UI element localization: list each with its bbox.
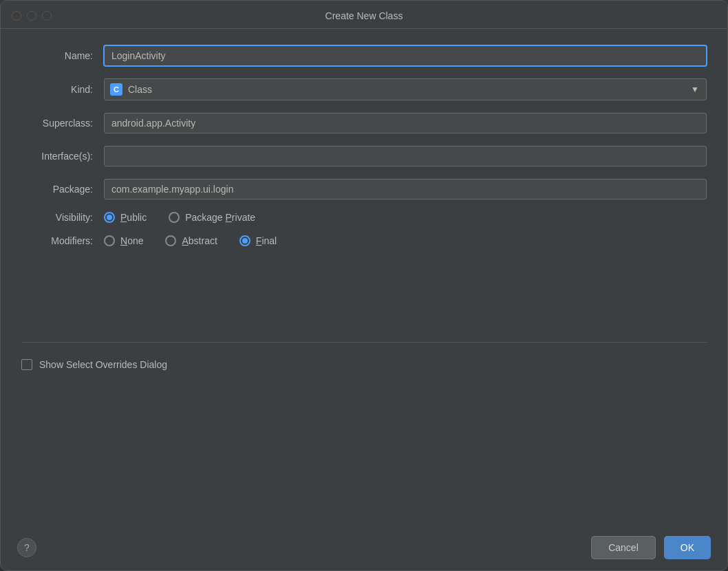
- chevron-down-icon: ▼: [691, 85, 699, 94]
- create-new-class-dialog: Create New Class Name: Kind: C Class ▼ S…: [0, 0, 728, 571]
- visibility-label: Visibility:: [21, 212, 104, 223]
- modifiers-label: Modifiers:: [21, 235, 104, 246]
- kind-value: Class: [128, 84, 152, 95]
- divider: [21, 342, 707, 343]
- modifier-abstract-option[interactable]: Abstract: [165, 235, 217, 246]
- visibility-package-private-option[interactable]: Package Private: [169, 212, 255, 223]
- cancel-button[interactable]: Cancel: [591, 536, 656, 559]
- modifier-final-option[interactable]: Final: [239, 235, 277, 246]
- class-icon: C: [110, 83, 122, 96]
- modifiers-row: Modifiers: None Abstract Final: [21, 235, 707, 246]
- interfaces-label: Interface(s):: [21, 151, 104, 162]
- name-row: Name:: [21, 45, 707, 66]
- modifier-abstract-radio[interactable]: [165, 235, 176, 246]
- package-row: Package:: [21, 179, 707, 200]
- modifiers-group: None Abstract Final: [104, 235, 277, 246]
- close-button[interactable]: [12, 11, 21, 21]
- kind-row: Kind: C Class ▼: [21, 78, 707, 100]
- superclass-row: Superclass:: [21, 113, 707, 133]
- dialog-title: Create New Class: [325, 10, 403, 21]
- modifier-abstract-label: Abstract: [182, 235, 217, 246]
- package-label: Package:: [21, 184, 104, 195]
- show-overrides-label: Show Select Overrides Dialog: [39, 359, 167, 370]
- modifier-final-radio[interactable]: [239, 235, 250, 246]
- package-input[interactable]: [104, 179, 707, 200]
- visibility-package-private-radio[interactable]: [169, 212, 180, 223]
- modifier-none-option[interactable]: None: [104, 235, 143, 246]
- title-bar: Create New Class: [1, 1, 727, 29]
- ok-button[interactable]: OK: [664, 536, 711, 559]
- modifier-none-label: None: [120, 235, 143, 246]
- dialog-footer: ? Cancel OK: [1, 525, 727, 570]
- checkbox-row: Show Select Overrides Dialog: [21, 359, 707, 370]
- visibility-row: Visibility: Public Package Private: [21, 212, 707, 223]
- modifier-final-label: Final: [256, 235, 277, 246]
- visibility-public-option[interactable]: Public: [104, 212, 147, 223]
- name-input[interactable]: [104, 45, 707, 66]
- maximize-button[interactable]: [42, 11, 52, 21]
- modifier-none-radio[interactable]: [104, 235, 115, 246]
- superclass-label: Superclass:: [21, 118, 104, 129]
- dialog-content: Name: Kind: C Class ▼ Superclass: Interf…: [1, 29, 727, 525]
- show-overrides-checkbox[interactable]: [21, 359, 32, 370]
- interfaces-input[interactable]: [104, 146, 707, 166]
- kind-select[interactable]: C Class ▼: [104, 78, 707, 100]
- minimize-button[interactable]: [27, 11, 36, 21]
- name-label: Name:: [21, 50, 104, 61]
- interfaces-row: Interface(s):: [21, 146, 707, 166]
- traffic-lights: [12, 11, 52, 21]
- superclass-input[interactable]: [104, 113, 707, 133]
- visibility-public-label: Public: [120, 212, 147, 223]
- visibility-group: Public Package Private: [104, 212, 255, 223]
- visibility-public-radio[interactable]: [104, 212, 115, 223]
- footer-buttons: Cancel OK: [591, 536, 711, 559]
- kind-label: Kind:: [21, 84, 104, 95]
- help-button[interactable]: ?: [17, 538, 36, 557]
- visibility-package-private-label: Package Private: [185, 212, 255, 223]
